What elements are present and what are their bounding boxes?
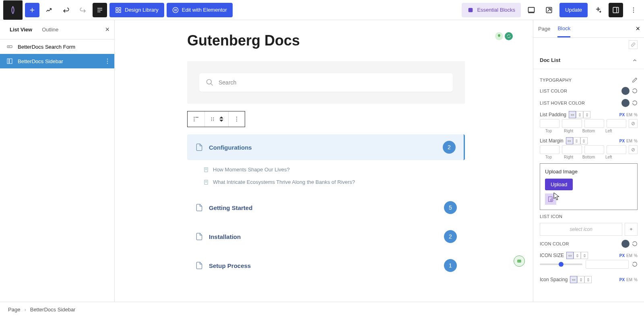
- icon-size-input[interactable]: [586, 260, 629, 269]
- icon-size-slider[interactable]: [540, 263, 582, 265]
- link-icon[interactable]: [629, 40, 638, 49]
- list-view-toggle-icon[interactable]: [93, 3, 107, 17]
- margin-top-input[interactable]: [540, 145, 559, 154]
- reset-icon[interactable]: [632, 241, 638, 247]
- tree-item-sidebar[interactable]: BetterDocs Sidebar: [0, 54, 114, 68]
- desktop-icon[interactable]: ▭: [566, 252, 574, 259]
- block-more-icon[interactable]: [229, 111, 245, 127]
- drag-handle-icon[interactable]: [205, 111, 229, 127]
- tablet-icon[interactable]: ▯: [577, 276, 584, 283]
- unit-px[interactable]: PX: [619, 253, 625, 258]
- mobile-icon[interactable]: ▯: [580, 137, 588, 144]
- page-title[interactable]: Gutenberg Docs: [187, 32, 533, 49]
- breadcrumb-page[interactable]: Page: [8, 307, 20, 313]
- block-type-icon[interactable]: [188, 111, 205, 127]
- reset-icon[interactable]: [632, 100, 638, 106]
- site-logo[interactable]: [3, 0, 23, 20]
- unit-em[interactable]: EM: [626, 278, 632, 282]
- unit-pct[interactable]: %: [634, 113, 638, 117]
- tree-item-more-icon[interactable]: [104, 58, 111, 65]
- device-preview-icon[interactable]: [524, 3, 539, 17]
- list-hover-color-swatch[interactable]: [621, 99, 630, 107]
- svg-rect-18: [613, 7, 619, 13]
- svg-rect-8: [119, 10, 121, 12]
- ai-icon[interactable]: [591, 3, 605, 17]
- icon-color-swatch[interactable]: [621, 240, 630, 248]
- badge-refresh-icon[interactable]: [505, 32, 513, 40]
- breadcrumb-block[interactable]: BetterDocs Sidebar: [30, 307, 76, 313]
- padding-top-input[interactable]: [540, 119, 559, 128]
- design-library-button[interactable]: Design Library: [109, 3, 164, 17]
- pencil-icon[interactable]: [632, 77, 638, 83]
- close-right-panel-icon[interactable]: ×: [636, 25, 640, 33]
- svg-line-31: [211, 84, 213, 86]
- settings-sidebar-toggle-icon[interactable]: [609, 3, 623, 17]
- link-values-icon[interactable]: ⊘: [629, 119, 638, 128]
- tree-item-search-form[interactable]: BetterDocs Search Form: [0, 39, 114, 54]
- mobile-icon[interactable]: ▯: [581, 252, 588, 259]
- doc-article[interactable]: What Intricate Ecosystems Thrive Along t…: [203, 176, 533, 188]
- close-left-panel-icon[interactable]: ×: [105, 25, 109, 34]
- unit-px[interactable]: PX: [619, 278, 625, 282]
- tab-block[interactable]: Block: [557, 20, 570, 37]
- chat-assist-icon[interactable]: [514, 255, 525, 267]
- svg-rect-14: [469, 8, 473, 12]
- tablet-icon[interactable]: ▯: [576, 111, 583, 118]
- unit-px[interactable]: PX: [619, 139, 625, 143]
- essential-blocks-button[interactable]: Essential Blocks: [462, 3, 521, 17]
- add-block-button[interactable]: [25, 3, 39, 17]
- link-values-icon[interactable]: ⊘: [629, 145, 638, 154]
- doc-title: Getting Started: [209, 204, 438, 211]
- margin-left-input[interactable]: [607, 145, 626, 154]
- tablet-icon[interactable]: ▯: [574, 252, 581, 259]
- svg-point-40: [211, 120, 212, 121]
- section-body: TYPOGRAPHY LIST COLOR LIST HOVER COLOR: [533, 69, 644, 288]
- unit-pct[interactable]: %: [634, 278, 638, 282]
- typography-label: TYPOGRAPHY: [540, 78, 572, 82]
- margin-bottom-input[interactable]: [584, 145, 604, 154]
- desktop-icon[interactable]: ▭: [569, 111, 576, 118]
- reset-icon[interactable]: [632, 88, 638, 94]
- update-button[interactable]: Update: [559, 3, 588, 17]
- edit-elementor-button[interactable]: Edit with Elementor: [167, 3, 233, 17]
- move-arrows[interactable]: [219, 116, 223, 122]
- doc-category-setup[interactable]: Setup Process 1: [187, 253, 465, 278]
- reset-icon[interactable]: [632, 261, 638, 267]
- mobile-icon[interactable]: ▯: [584, 276, 592, 283]
- unit-em[interactable]: EM: [626, 139, 632, 143]
- more-options-icon[interactable]: [626, 3, 641, 17]
- section-doc-list[interactable]: Doc List: [533, 51, 644, 69]
- doc-article[interactable]: How Moments Shape Our Lives?: [203, 163, 533, 176]
- select-icon-input[interactable]: select icon: [540, 223, 622, 236]
- desktop-icon[interactable]: ▭: [570, 276, 577, 283]
- doc-category-installation[interactable]: Installation 2: [187, 224, 465, 249]
- upload-button[interactable]: Upload: [545, 179, 573, 190]
- tab-outline[interactable]: Outline: [37, 20, 63, 39]
- tab-page[interactable]: Page: [538, 20, 550, 37]
- undo-icon[interactable]: [59, 3, 73, 17]
- list-color-swatch[interactable]: [621, 87, 630, 95]
- unit-em[interactable]: EM: [626, 253, 632, 258]
- mobile-icon[interactable]: ▯: [583, 111, 590, 118]
- tab-list-view[interactable]: List View: [5, 20, 37, 39]
- tablet-icon[interactable]: ▯: [573, 137, 580, 144]
- margin-right-input[interactable]: [562, 145, 582, 154]
- padding-bottom-input[interactable]: [584, 119, 604, 128]
- badge-light-icon[interactable]: [495, 32, 503, 40]
- svg-point-52: [518, 261, 519, 261]
- unit-pct[interactable]: %: [634, 253, 638, 258]
- unit-px[interactable]: PX: [619, 113, 625, 117]
- search-input[interactable]: Search: [199, 73, 453, 92]
- padding-right-input[interactable]: [562, 119, 582, 128]
- unit-pct[interactable]: %: [634, 139, 638, 143]
- external-view-icon[interactable]: [542, 3, 556, 17]
- unit-em[interactable]: EM: [626, 113, 632, 117]
- redo-icon[interactable]: [76, 3, 90, 17]
- doc-category-getting-started[interactable]: Getting Started 5: [187, 195, 465, 220]
- add-icon-button[interactable]: +: [625, 223, 638, 236]
- padding-left-input[interactable]: [607, 119, 626, 128]
- desktop-icon[interactable]: ▭: [566, 137, 573, 144]
- doc-category-configurations[interactable]: Configurations 2: [187, 134, 465, 160]
- upload-preview-icon[interactable]: [545, 193, 556, 205]
- edit-mode-icon[interactable]: [42, 3, 56, 17]
